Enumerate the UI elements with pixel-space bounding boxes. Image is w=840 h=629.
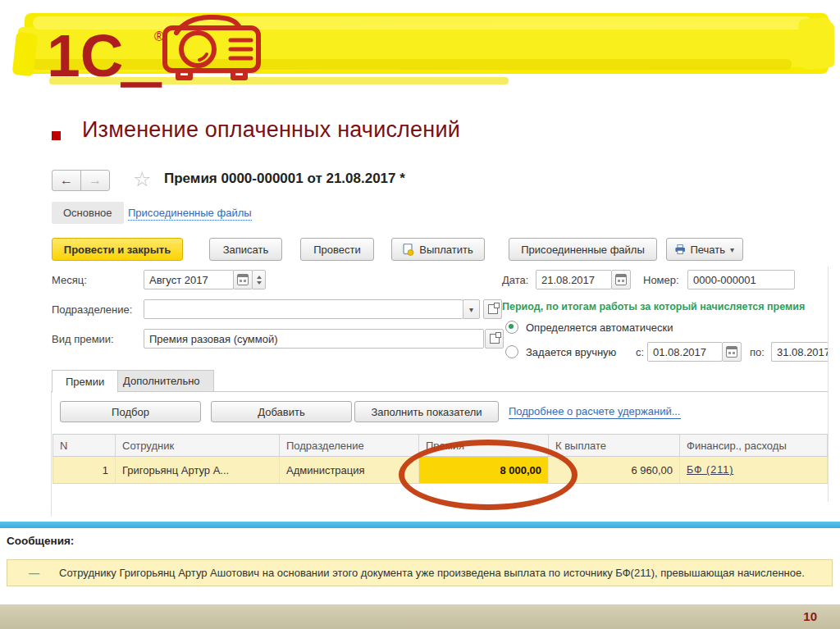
messages-label: Сообщения: (7, 535, 74, 547)
month-field[interactable]: Август 2017 (144, 270, 234, 289)
post-and-close-button[interactable]: Провести и закрыть (52, 238, 183, 261)
month-calendar-button[interactable] (233, 270, 253, 289)
bullet-icon (52, 131, 61, 140)
period-heading: Период, по итогам работы за который начи… (502, 297, 805, 317)
date-calendar-button[interactable] (611, 270, 631, 289)
window-right-border (828, 267, 829, 502)
save-button[interactable]: Записать (209, 238, 282, 261)
1c-logo: 1С ® (43, 21, 174, 90)
month-spinner[interactable] (252, 270, 266, 289)
back-arrow-icon: ← (60, 173, 73, 188)
number-field[interactable]: 0000-000001 (687, 270, 795, 289)
forward-button[interactable]: → (80, 170, 110, 191)
department-choose-button[interactable] (483, 299, 502, 319)
department-label: Подразделение: (52, 299, 132, 319)
tab-additional[interactable]: Дополнительно (109, 370, 214, 392)
chevron-down-icon: ▾ (469, 305, 473, 314)
print-caret-icon: ▾ (730, 245, 734, 254)
withholding-details-link[interactable]: Подробнее о расчете удержаний... (509, 405, 681, 417)
col-department[interactable]: Подразделение (280, 435, 419, 456)
to-label: по: (750, 342, 765, 362)
panel-left-border (51, 392, 52, 517)
date-field[interactable]: 21.08.2017 (536, 270, 612, 289)
col-employee[interactable]: Сотрудник (116, 435, 280, 456)
col-n[interactable]: N (53, 435, 116, 456)
projector-icon (158, 10, 265, 85)
cell-financing[interactable]: БФ (211) (680, 457, 828, 483)
from-date-field[interactable]: 01.08.2017 (647, 342, 723, 362)
calendar-icon (726, 346, 737, 358)
bonus-type-label: Вид премии: (52, 329, 114, 349)
favorite-star-icon[interactable]: ☆ (133, 169, 151, 189)
bonus-type-choose-button[interactable] (485, 329, 504, 349)
attached-files-button[interactable]: Присоединенные файлы (509, 238, 657, 261)
department-field[interactable] (144, 299, 463, 319)
calendar-icon (615, 274, 627, 285)
footer-bar (0, 604, 840, 629)
department-dropdown-button[interactable]: ▾ (463, 299, 480, 319)
calendar-icon (237, 274, 249, 285)
date-label: Дата: (502, 270, 528, 289)
cell-n: 1 (53, 457, 116, 483)
from-calendar-button[interactable] (722, 342, 742, 362)
cell-department: Администрация (280, 457, 419, 483)
spin-up-icon (257, 276, 262, 279)
cell-employee: Григорьянц Артур А... (116, 457, 280, 483)
add-button[interactable]: Добавить (211, 401, 352, 422)
document-title: Премия 0000-000001 от 21.08.2017 * (164, 171, 405, 187)
from-label: с: (636, 342, 644, 362)
post-button[interactable]: Провести (300, 238, 374, 261)
bonus-type-field[interactable]: Премия разовая (суммой) (144, 329, 484, 349)
message-box: — Сотруднику Григорьянц Артур Ашотович н… (7, 559, 833, 586)
logo-text: 1С (47, 22, 123, 89)
fill-indicators-button[interactable]: Заполнить показатели (354, 401, 499, 422)
tab-attached-files[interactable]: Присоединенные файлы (128, 207, 252, 219)
highlight-circle-annotation (399, 440, 578, 510)
radio-selected-icon (505, 321, 518, 334)
print-button[interactable]: Печать ▾ (666, 238, 743, 261)
number-label: Номер: (643, 270, 679, 289)
forward-arrow-icon: → (89, 173, 102, 188)
month-label: Месяц: (52, 270, 87, 289)
pay-icon (403, 244, 414, 256)
choose-icon (488, 304, 498, 314)
radio-unselected-icon (505, 345, 518, 358)
tab-bonuses[interactable]: Премии (52, 370, 118, 393)
radio-auto-option[interactable]: Определяется автоматически (505, 318, 673, 336)
back-button[interactable]: ← (52, 170, 81, 191)
pay-button[interactable]: Выплатить (391, 238, 485, 261)
printer-icon (675, 244, 685, 255)
section-divider-bar (0, 522, 840, 528)
page-title: Изменение оплаченных начислений (82, 117, 460, 143)
message-text: Сотруднику Григорьянц Артур Ашотович на … (59, 567, 805, 579)
slide: 1С ® Изменение оплаченных начислений ← →… (0, 0, 840, 629)
col-financing[interactable]: Финансир., расходы (680, 435, 828, 456)
pick-button[interactable]: Подбор (60, 401, 201, 422)
to-date-field[interactable]: 31.08.2017 (771, 342, 829, 362)
col-payout[interactable]: К выплате (549, 435, 680, 456)
radio-manual-option[interactable]: Задается вручную (505, 342, 616, 362)
message-dash-icon: — (29, 567, 39, 579)
spin-down-icon (257, 281, 262, 285)
page-number: 10 (803, 609, 817, 623)
tab-main[interactable]: Основное (52, 202, 124, 224)
choose-icon (490, 334, 500, 344)
